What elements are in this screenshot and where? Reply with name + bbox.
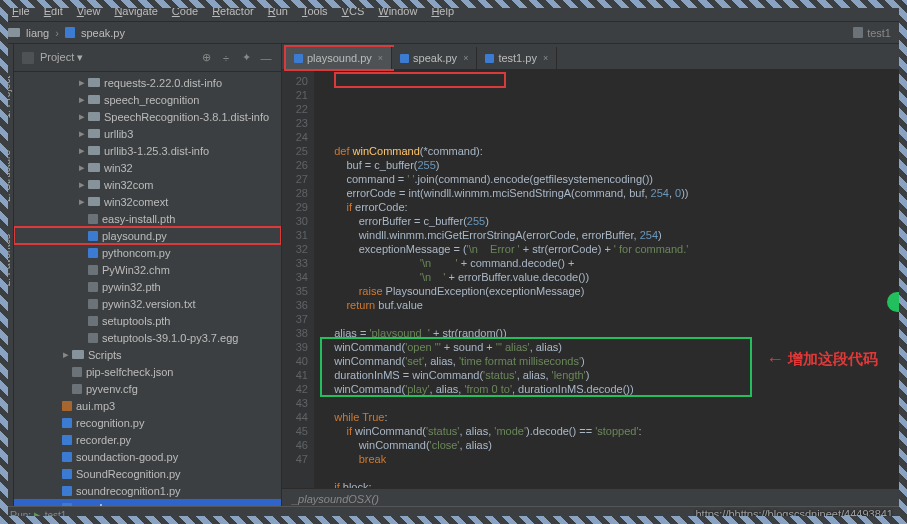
tool-structure[interactable]: 2: Structure bbox=[1, 146, 12, 206]
menu-window[interactable]: Window bbox=[372, 3, 423, 19]
sidebar-header: Project ▾ ⊕ ÷ ✦ — bbox=[14, 44, 281, 72]
tree-item[interactable]: pywin32.version.txt bbox=[14, 295, 281, 312]
breadcrumb: liang › speak.py test1 bbox=[0, 22, 907, 44]
chevron-right-icon: › bbox=[55, 27, 59, 39]
editor-breadcrumb[interactable]: _playsoundOSX() bbox=[282, 488, 907, 508]
editor: playsound.py×speak.py×test1.py× 20212223… bbox=[282, 44, 907, 508]
menu-run[interactable]: Run bbox=[262, 3, 294, 19]
run-label: Run: bbox=[10, 510, 31, 521]
tree-item[interactable]: recognition.py bbox=[14, 414, 281, 431]
menu-file[interactable]: File bbox=[6, 3, 36, 19]
project-icon bbox=[22, 52, 34, 64]
tool-favorites[interactable]: 2: Favorites bbox=[1, 230, 12, 290]
menu-vcs[interactable]: VCS bbox=[336, 3, 371, 19]
tree-item[interactable]: aui.mp3 bbox=[14, 397, 281, 414]
tree-item[interactable]: SoundRecognition.py bbox=[14, 465, 281, 482]
python-file-icon bbox=[65, 27, 75, 38]
menu-navigate[interactable]: Navigate bbox=[108, 3, 163, 19]
code-content[interactable]: ←增加这段代码 def winCommand(*command): buf = … bbox=[314, 70, 907, 488]
crumb-file[interactable]: speak.py bbox=[81, 27, 125, 39]
project-tree[interactable]: ▸requests-2.22.0.dist-info▸speech_recogn… bbox=[14, 72, 281, 508]
tree-item[interactable]: ▸urllib3-1.25.3.dist-info bbox=[14, 142, 281, 159]
highlight-def bbox=[334, 72, 506, 88]
gear-icon[interactable]: ✦ bbox=[239, 51, 253, 65]
editor-tabs: playsound.py×speak.py×test1.py× bbox=[282, 44, 907, 70]
tree-item[interactable]: playsound.py bbox=[14, 227, 281, 244]
menu-view[interactable]: View bbox=[71, 3, 107, 19]
menu-edit[interactable]: Edit bbox=[38, 3, 69, 19]
close-icon[interactable]: × bbox=[463, 53, 468, 63]
menu-tools[interactable]: Tools bbox=[296, 3, 334, 19]
tool-window-stripe-left: 1: Project 2: Structure 2: Favorites bbox=[0, 44, 14, 508]
tree-item[interactable]: setuptools-39.1.0-py3.7.egg bbox=[14, 329, 281, 346]
crumb-folder[interactable]: liang bbox=[26, 27, 49, 39]
menu-help[interactable]: Help bbox=[425, 3, 460, 19]
collapse-icon[interactable]: ÷ bbox=[219, 51, 233, 65]
hide-icon[interactable]: — bbox=[259, 51, 273, 65]
tree-item[interactable]: soundaction-good.py bbox=[14, 448, 281, 465]
folder-icon bbox=[8, 28, 20, 37]
tool-project[interactable]: 1: Project bbox=[1, 72, 12, 122]
floating-badge[interactable] bbox=[887, 292, 907, 312]
tree-item[interactable]: pip-selfcheck.json bbox=[14, 363, 281, 380]
menu-code[interactable]: Code bbox=[166, 3, 204, 19]
tree-item[interactable]: recorder.py bbox=[14, 431, 281, 448]
tree-item[interactable]: soundrecognition1.py bbox=[14, 482, 281, 499]
annotation-label: ←增加这段代码 bbox=[766, 352, 878, 366]
tree-item[interactable]: ▸win32com bbox=[14, 176, 281, 193]
tree-item[interactable]: easy-install.pth bbox=[14, 210, 281, 227]
run-target[interactable]: test1 bbox=[45, 510, 67, 521]
tree-item[interactable]: ▸SpeechRecognition-3.8.1.dist-info bbox=[14, 108, 281, 125]
arrow-left-icon: ← bbox=[766, 352, 784, 366]
menu-refactor[interactable]: Refactor bbox=[206, 3, 260, 19]
tree-item[interactable]: ▸Scripts bbox=[14, 346, 281, 363]
tab-playsound-py[interactable]: playsound.py× bbox=[286, 47, 392, 69]
run-config-status[interactable]: test1 bbox=[853, 27, 899, 39]
tree-item[interactable]: ▸speech_recognition bbox=[14, 91, 281, 108]
tree-item[interactable]: pyvenv.cfg bbox=[14, 380, 281, 397]
tree-item[interactable]: ▸win32comext bbox=[14, 193, 281, 210]
tree-item[interactable]: pythoncom.py bbox=[14, 244, 281, 261]
tab-speak-py[interactable]: speak.py× bbox=[392, 47, 477, 69]
close-icon[interactable]: × bbox=[543, 53, 548, 63]
tree-item[interactable]: pywin32.pth bbox=[14, 278, 281, 295]
locate-icon[interactable]: ⊕ bbox=[199, 51, 213, 65]
line-numbers: 2021222324252627282930313233343536373839… bbox=[282, 70, 314, 488]
project-sidebar: Project ▾ ⊕ ÷ ✦ — ▸requests-2.22.0.dist-… bbox=[14, 44, 282, 508]
close-icon[interactable]: × bbox=[378, 53, 383, 63]
tree-item[interactable]: setuptools.pth bbox=[14, 312, 281, 329]
tab-test1-py[interactable]: test1.py× bbox=[477, 47, 557, 69]
tree-item[interactable]: PyWin32.chm bbox=[14, 261, 281, 278]
menubar: FileEditViewNavigateCodeRefactorRunTools… bbox=[0, 0, 907, 22]
code-area[interactable]: 2021222324252627282930313233343536373839… bbox=[282, 70, 907, 488]
watermark-url: https://bhttps://blogscsdnineet/44493841 bbox=[695, 508, 893, 520]
project-dropdown[interactable]: Project ▾ bbox=[40, 51, 193, 64]
tree-item[interactable]: ▸requests-2.22.0.dist-info bbox=[14, 74, 281, 91]
tree-item[interactable]: ▸urllib3 bbox=[14, 125, 281, 142]
tree-item[interactable]: ▸win32 bbox=[14, 159, 281, 176]
